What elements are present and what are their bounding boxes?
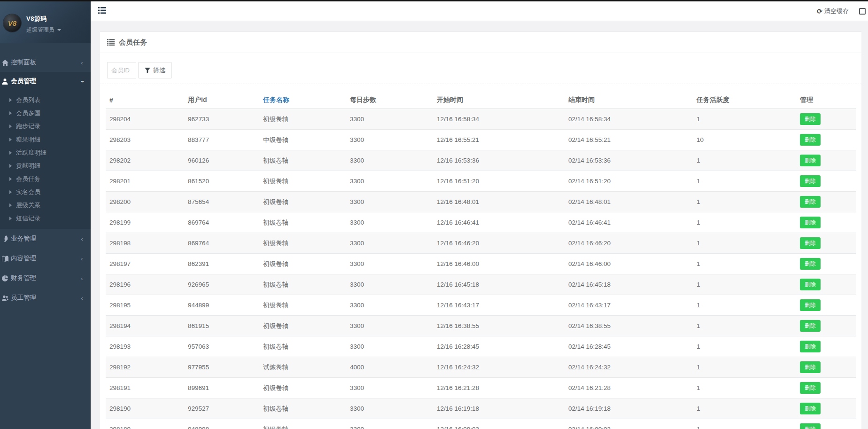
sidebar-subitem[interactable]: 活跃度明细: [0, 146, 91, 159]
table-cell: 298192: [106, 357, 184, 378]
sidebar-subitem[interactable]: 层级关系: [0, 199, 91, 212]
sidebar-subitem-label: 会员多国: [16, 109, 40, 117]
sidebar-subitem[interactable]: 短信记录: [0, 212, 91, 225]
table-cell: 298200: [106, 192, 184, 212]
delete-button[interactable]: 删除: [800, 258, 821, 270]
triangle-right-icon: [9, 138, 12, 141]
sidebar-subitem[interactable]: 糖果明细: [0, 133, 91, 146]
sidebar-subitem-label: 短信记录: [16, 214, 40, 223]
chevron-left-icon: ‹: [81, 275, 83, 281]
table-cell: 298204: [106, 109, 184, 130]
table-cell: 02/14 16:45:18: [565, 274, 693, 295]
sidebar-item-staff[interactable]: 员工管理 ‹: [0, 288, 91, 308]
brand-logo: V8: [3, 14, 21, 32]
filter-button-label: 筛选: [153, 66, 165, 75]
table-cell-manage: 删除: [796, 233, 856, 254]
logout-icon[interactable]: [859, 8, 866, 15]
delete-button[interactable]: 删除: [800, 361, 821, 373]
table-cell: 02/14 16:53:36: [565, 150, 693, 171]
table-cell: 12/16 16:21:28: [433, 378, 565, 398]
delete-button[interactable]: 删除: [800, 299, 821, 311]
table-cell-manage: 删除: [796, 109, 856, 130]
table-cell: 初级卷轴: [259, 212, 346, 233]
table-cell: 12/16 16:43:17: [433, 295, 565, 316]
table-cell: 12/16 16:45:18: [433, 274, 565, 295]
column-header-id: #: [106, 93, 184, 109]
sidebar-item-business[interactable]: 业务管理 ‹: [0, 229, 91, 249]
delete-button[interactable]: 删除: [800, 237, 821, 249]
sidebar-profile[interactable]: V8 V8源码 超级管理员: [0, 0, 91, 43]
table-cell: 12/16 16:38:55: [433, 316, 565, 336]
chevron-down-icon: ‹: [79, 80, 85, 83]
top-navbar: ⟳ 清空缓存: [91, 1, 868, 21]
delete-button[interactable]: 删除: [800, 423, 821, 429]
sidebar-item-label: 财务管理: [11, 274, 36, 282]
filter-funnel-icon: [145, 68, 150, 73]
sidebar-toggle-button[interactable]: [98, 7, 106, 16]
table-cell: 初级卷轴: [259, 398, 346, 419]
table-cell: 02/14 16:55:21: [565, 130, 693, 150]
clear-cache-button[interactable]: ⟳ 清空缓存: [817, 7, 849, 16]
table-cell: 298202: [106, 150, 184, 171]
delete-button[interactable]: 删除: [800, 382, 821, 394]
table-cell: 初级卷轴: [259, 336, 346, 357]
sidebar-item-finance[interactable]: 财务管理 ‹: [0, 268, 91, 288]
table-cell: 948998: [184, 419, 259, 429]
delete-button[interactable]: 删除: [800, 320, 821, 332]
table-cell-manage: 删除: [796, 171, 856, 192]
table-cell: 初级卷轴: [259, 295, 346, 316]
table-cell: 1: [693, 357, 796, 378]
sidebar-subitem[interactable]: 会员任务: [0, 172, 91, 186]
table-cell: 3300: [346, 336, 433, 357]
table-cell: 02/14 16:46:41: [565, 212, 693, 233]
table-row: 298200875654初级卷轴330012/16 16:48:0102/14 …: [106, 192, 856, 212]
table-cell: 3300: [346, 398, 433, 419]
sidebar-item-dashboard[interactable]: 控制面板 ‹: [0, 53, 91, 72]
table-cell: 298190: [106, 398, 184, 419]
pie-chart-icon: [1, 275, 8, 281]
filter-button[interactable]: 筛选: [138, 62, 172, 78]
sidebar-subitem[interactable]: 实名会员: [0, 186, 91, 199]
table-cell: 1: [693, 192, 796, 212]
sidebar-subitem[interactable]: 贡献明细: [0, 159, 91, 172]
sidebar-item-label: 控制面板: [11, 58, 36, 67]
table-row: 298198869764初级卷轴330012/16 16:46:2002/14 …: [106, 233, 856, 254]
chevron-left-icon: ‹: [81, 235, 83, 242]
table-row: 298201861520初级卷轴330012/16 16:51:2002/14 …: [106, 171, 856, 192]
sidebar-subitem[interactable]: 会员多国: [0, 107, 91, 120]
chevron-left-icon: ‹: [81, 59, 83, 66]
member-id-input[interactable]: [107, 62, 136, 78]
delete-button[interactable]: 删除: [800, 113, 821, 125]
table-cell: 02/14 16:21:28: [565, 378, 693, 398]
delete-button[interactable]: 删除: [800, 155, 821, 166]
delete-button[interactable]: 删除: [800, 279, 821, 290]
delete-button[interactable]: 删除: [800, 341, 821, 352]
table-cell: 957063: [184, 336, 259, 357]
delete-button[interactable]: 删除: [800, 175, 821, 187]
table-cell: 02/14 16:19:18: [565, 398, 693, 419]
member-task-table: # 用户id 任务名称 每日步数 开始时间 结束时间 任务活跃度 管理 2982…: [106, 93, 856, 429]
book-icon: [1, 256, 8, 262]
sidebar-subitem[interactable]: 跑步记录: [0, 120, 91, 133]
delete-button[interactable]: 删除: [800, 403, 821, 414]
table-cell: 12/16 16:48:01: [433, 192, 565, 212]
sidebar-subitem[interactable]: 会员列表: [0, 94, 91, 107]
table-cell: 960126: [184, 150, 259, 171]
table-cell: 1: [693, 378, 796, 398]
table-cell: 初级卷轴: [259, 419, 346, 429]
delete-button[interactable]: 删除: [800, 217, 821, 228]
table-body: 298204962733初级卷轴330012/16 16:58:3402/14 …: [106, 109, 856, 429]
delete-button[interactable]: 删除: [800, 134, 821, 146]
sidebar-item-content[interactable]: 内容管理 ‹: [0, 249, 91, 268]
table-cell-manage: 删除: [796, 130, 856, 150]
main-area: ⟳ 清空缓存 会员任务: [91, 1, 868, 429]
content-area: 会员任务 筛选: [91, 21, 868, 429]
table-cell: 12/16 16:09:03: [433, 419, 565, 429]
table-cell: 02/14 16:09:03: [565, 419, 693, 429]
column-header-task-name[interactable]: 任务名称: [259, 93, 346, 109]
sidebar-item-member-management[interactable]: 会员管理 ‹: [0, 72, 91, 91]
profile-role-dropdown[interactable]: 超级管理员: [26, 26, 61, 34]
table-cell: 875654: [184, 192, 259, 212]
delete-button[interactable]: 删除: [800, 196, 821, 208]
table-cell: 298197: [106, 254, 184, 274]
